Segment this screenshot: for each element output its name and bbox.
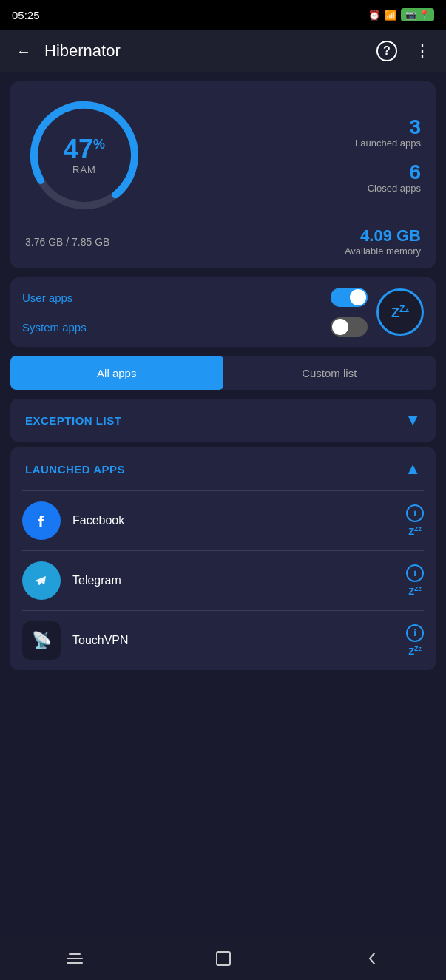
- launched-apps-count: 3: [355, 117, 421, 138]
- toggle-knob-user: [350, 289, 366, 305]
- status-icons: ⏰ 📶 📷 📍: [368, 8, 434, 21]
- ram-card-bottom: 3.76 GB / 7.85 GB 4.09 GB Available memo…: [25, 222, 421, 257]
- hibernate-button[interactable]: ZZZ: [376, 288, 424, 336]
- tab-bar: All apps Custom list: [10, 356, 436, 390]
- app-actions-facebook: i ZZZ: [406, 504, 424, 537]
- touchvpn-logo: 📡: [22, 621, 61, 660]
- nav-bar: [0, 936, 446, 980]
- available-label: Available memory: [345, 246, 421, 257]
- app-actions-telegram: i ZZZ: [406, 564, 424, 597]
- camera-icon: 📷: [405, 10, 416, 20]
- zzz-touchvpn: ZZZ: [408, 645, 422, 657]
- user-apps-row: User apps: [22, 288, 368, 307]
- zzz-facebook: ZZZ: [408, 525, 422, 537]
- ram-card: 47% RAM 3 Launched apps 6 Closed apps 3.…: [10, 81, 436, 268]
- system-apps-label: System apps: [22, 321, 87, 334]
- ram-circle: 47% RAM: [25, 96, 143, 214]
- launched-apps-chevron: ▲: [405, 459, 421, 479]
- exception-list-section[interactable]: Exception list ▼: [10, 399, 436, 442]
- alarm-icon: ⏰: [368, 10, 380, 21]
- toggle-card: User apps System apps ZZZ: [10, 277, 436, 347]
- ram-label: RAM: [72, 164, 96, 175]
- main-content: 47% RAM 3 Launched apps 6 Closed apps 3.…: [0, 81, 446, 732]
- ram-label-container: 47% RAM: [25, 96, 143, 214]
- back-button[interactable]: ←: [12, 39, 36, 63]
- info-button-facebook[interactable]: i: [406, 504, 424, 522]
- launched-apps-title: Launched apps: [25, 463, 125, 476]
- help-button[interactable]: ?: [375, 39, 399, 63]
- app-icon-telegram: [22, 561, 61, 600]
- tab-all-apps[interactable]: All apps: [10, 356, 223, 390]
- app-row-facebook: Facebook i ZZZ: [10, 491, 436, 550]
- toggle-section: User apps System apps: [22, 288, 368, 337]
- status-bar: 05:25 ⏰ 📶 📷 📍: [0, 0, 446, 30]
- app-name-facebook: Facebook: [72, 514, 394, 527]
- app-actions-touchvpn: i ZZZ: [406, 624, 424, 657]
- more-options-button[interactable]: ⋮: [410, 39, 434, 63]
- app-row-touchvpn: 📡 TouchVPN i ZZZ: [10, 611, 436, 670]
- closed-apps-count: 6: [368, 162, 421, 183]
- app-icon-touchvpn: 📡: [22, 621, 61, 660]
- exception-list-title: Exception list: [25, 414, 121, 427]
- help-icon: ?: [376, 41, 397, 61]
- page-title: Hibernator: [44, 41, 366, 61]
- app-bar-actions: ? ⋮: [375, 39, 434, 63]
- app-row-telegram: Telegram i ZZZ: [10, 551, 436, 610]
- closed-apps-label: Closed apps: [368, 183, 421, 194]
- status-time: 05:25: [12, 9, 40, 21]
- toggle-knob-system: [332, 319, 348, 335]
- available-memory: 4.09 GB Available memory: [345, 226, 421, 257]
- user-apps-label: User apps: [22, 291, 72, 304]
- tab-custom-list[interactable]: Custom list: [223, 356, 436, 390]
- home-icon: [214, 950, 232, 967]
- wifi-icon: 📶: [385, 10, 396, 21]
- camera-badge: 📷 📍: [401, 8, 434, 21]
- nav-menu-button[interactable]: [53, 944, 97, 973]
- nav-home-button[interactable]: [201, 944, 246, 973]
- app-icon-facebook: [22, 501, 61, 540]
- hibernate-zzz-label: ZZZ: [391, 305, 409, 320]
- ram-card-top: 47% RAM 3 Launched apps 6 Closed apps: [25, 96, 421, 214]
- svg-rect-6: [217, 952, 230, 965]
- system-apps-row: System apps: [22, 317, 368, 337]
- nav-menu-icon: [67, 953, 83, 964]
- launched-apps-header[interactable]: Launched apps ▲: [10, 447, 436, 490]
- info-button-touchvpn[interactable]: i: [406, 624, 424, 642]
- launched-apps-section: Launched apps ▲ Facebook i ZZZ: [10, 447, 436, 670]
- user-apps-toggle[interactable]: [331, 288, 368, 307]
- ram-usage-text: 3.76 GB / 7.85 GB: [25, 236, 109, 248]
- info-button-telegram[interactable]: i: [406, 564, 424, 582]
- ram-percent: 47%: [64, 136, 105, 163]
- telegram-logo: [30, 569, 53, 592]
- exception-list-chevron: ▼: [405, 410, 421, 430]
- location-icon: 📍: [419, 10, 430, 20]
- svg-text:📡: 📡: [32, 630, 53, 650]
- launched-apps-label: Launched apps: [355, 138, 421, 149]
- closed-apps-stat: 6 Closed apps: [368, 162, 421, 194]
- app-name-telegram: Telegram: [72, 574, 394, 587]
- nav-back-button[interactable]: [350, 944, 394, 973]
- system-apps-toggle[interactable]: [331, 317, 368, 337]
- zzz-telegram: ZZZ: [408, 585, 422, 597]
- ram-stats: 3 Launched apps 6 Closed apps: [158, 117, 421, 194]
- launched-apps-stat: 3 Launched apps: [355, 117, 421, 149]
- back-icon: [363, 950, 381, 967]
- facebook-logo: [30, 509, 53, 533]
- available-gb: 4.09 GB: [345, 226, 421, 246]
- app-bar: ← Hibernator ? ⋮: [0, 30, 446, 72]
- app-name-touchvpn: TouchVPN: [72, 634, 394, 647]
